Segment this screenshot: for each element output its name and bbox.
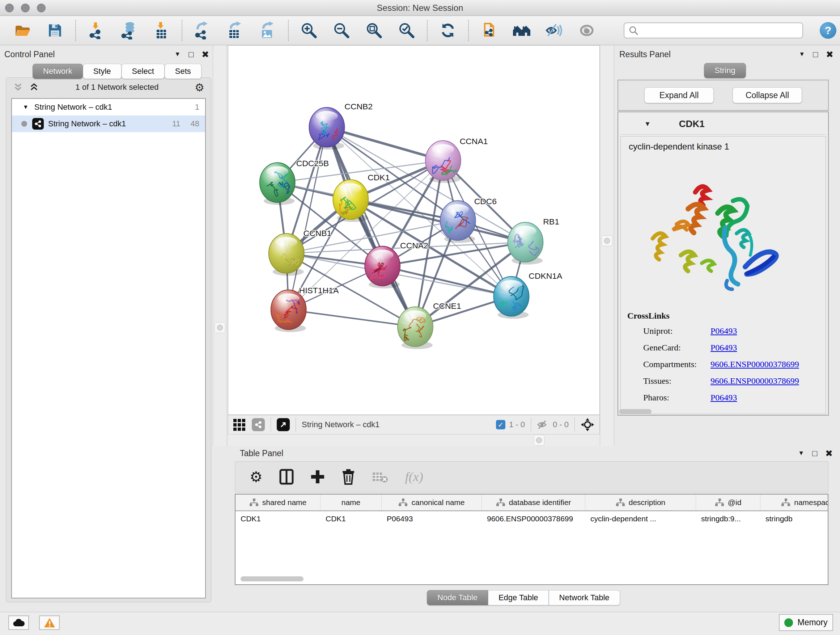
network-node-CDKN1A[interactable]: CDKN1A	[494, 271, 563, 319]
export-network-button[interactable]	[193, 21, 212, 40]
add-column-icon[interactable]	[310, 470, 325, 484]
cloud-status-button[interactable]	[8, 616, 29, 630]
open-in-browser-icon[interactable]	[277, 418, 290, 431]
gene-header-row[interactable]: ▼ CDK1	[621, 114, 826, 135]
network-home-button[interactable]	[512, 21, 531, 40]
compartments-link[interactable]: 9606.ENSP00000378699	[711, 359, 799, 369]
tree-caret-icon[interactable]: ▼	[23, 104, 28, 111]
panel-float-icon[interactable]: □	[813, 50, 818, 59]
network-row[interactable]: String Network – cdk1 11 48	[12, 116, 205, 132]
network-node-CDC25B[interactable]: CDC25B	[260, 158, 329, 205]
network-collection-row[interactable]: ▼ String Network – cdk1 1	[12, 99, 205, 116]
memory-button[interactable]: Memory	[779, 614, 833, 631]
zoom-selected-button[interactable]	[397, 21, 416, 40]
results-hscroll-thumb[interactable]	[619, 409, 652, 414]
network-canvas[interactable]: CCNB2CCNA1CDC25BCDK1CDC6RB1CCNB1CCNA2CDK…	[228, 45, 600, 415]
uniprot-link[interactable]: P06493	[711, 326, 737, 336]
table-cell[interactable]: 9606.ENSP00000378699	[482, 511, 585, 528]
tab-style[interactable]: Style	[83, 64, 122, 79]
tab-node-table[interactable]: Node Table	[427, 590, 488, 605]
network-edge[interactable]	[289, 310, 415, 327]
gear-icon[interactable]: ⚙	[195, 81, 204, 94]
horizontal-splitter-handle[interactable]	[534, 435, 545, 446]
table-cell[interactable]: cyclin-dependent ...	[585, 511, 696, 528]
network-node-HIST1H1A[interactable]: HIST1H1A	[271, 286, 339, 333]
import-table-button[interactable]	[152, 21, 171, 40]
hide-panel-eye-button[interactable]	[545, 21, 564, 40]
panel-close-icon[interactable]: ✖	[202, 49, 209, 60]
table-settings-gear-icon[interactable]: ⚙	[249, 469, 263, 485]
column-header[interactable]: namespace	[760, 494, 829, 510]
string-badge-icon[interactable]	[252, 418, 265, 431]
network-node-RB1[interactable]: RB1	[508, 217, 559, 264]
export-table-button[interactable]	[226, 21, 245, 40]
show-columns-icon[interactable]	[279, 469, 294, 485]
birdseye-navigator-icon[interactable]	[581, 418, 594, 432]
open-session-button[interactable]	[13, 21, 32, 40]
column-header[interactable]: description	[585, 494, 696, 510]
table-cell[interactable]: stringdb:9...	[696, 511, 760, 528]
panel-close-icon[interactable]: ✖	[825, 448, 833, 459]
save-session-button[interactable]	[46, 21, 65, 40]
column-header[interactable]: @id	[696, 494, 760, 510]
network-edge[interactable]	[382, 266, 511, 296]
panel-float-icon[interactable]: □	[812, 448, 817, 458]
show-panel-eye-button[interactable]	[577, 21, 596, 40]
panel-collapse-icon[interactable]: ▼	[174, 51, 180, 58]
share-document-button[interactable]	[480, 21, 499, 40]
help-button[interactable]: ?	[820, 22, 836, 39]
gene-caret-icon[interactable]: ▼	[644, 120, 651, 128]
column-header[interactable]: canonical name	[382, 494, 482, 510]
left-splitter-handle[interactable]	[215, 322, 225, 333]
export-image-button[interactable]	[258, 21, 277, 40]
network-node-CDC6[interactable]: CDC6	[440, 196, 497, 243]
genecard-link[interactable]: P06493	[711, 343, 737, 353]
table-cell[interactable]: stringdb	[760, 511, 829, 528]
table-cell[interactable]: CDK1	[235, 511, 321, 528]
column-header[interactable]: database identifier	[482, 494, 585, 510]
import-network-file-button[interactable]	[87, 21, 106, 40]
network-node-CCNA1[interactable]: CCNA1	[425, 136, 488, 183]
right-splitter[interactable]	[600, 45, 614, 446]
panel-collapse-icon[interactable]: ▼	[799, 51, 805, 58]
table-row[interactable]: CDK1 CDK1 P06493 9606.ENSP00000378699 cy…	[235, 511, 829, 528]
collapse-all-button[interactable]: Collapse All	[733, 87, 802, 103]
left-splitter[interactable]	[213, 45, 227, 446]
network-edge[interactable]	[327, 127, 415, 327]
show-grid-icon[interactable]	[233, 419, 245, 431]
table-hscroll-thumb[interactable]	[240, 576, 303, 581]
tissues-link[interactable]: 9606.ENSP00000378699	[711, 376, 799, 386]
panel-close-icon[interactable]: ✖	[826, 49, 834, 60]
tab-select[interactable]: Select	[122, 64, 164, 79]
zoom-fit-button[interactable]	[365, 21, 384, 40]
apply-layout-button[interactable]	[439, 21, 457, 40]
tab-sets[interactable]: Sets	[164, 64, 202, 79]
tab-network-table[interactable]: Network Table	[549, 590, 620, 605]
collapse-all-icon[interactable]	[13, 82, 24, 93]
table-cell[interactable]: P06493	[382, 511, 482, 528]
panel-float-icon[interactable]: □	[188, 50, 194, 59]
panel-collapse-icon[interactable]: ▼	[798, 450, 804, 457]
expand-all-icon[interactable]	[28, 82, 39, 93]
delete-trash-icon[interactable]	[341, 469, 355, 485]
selected-checkbox[interactable]: ✓	[496, 420, 505, 429]
import-network-database-button[interactable]	[119, 21, 138, 40]
column-header[interactable]: shared name	[235, 494, 321, 510]
column-header[interactable]: name	[321, 494, 382, 510]
zoom-out-button[interactable]	[332, 21, 351, 40]
tab-network[interactable]: Network	[33, 64, 83, 79]
network-node-CCNB2[interactable]: CCNB2	[309, 102, 373, 150]
search-input[interactable]	[624, 22, 803, 38]
tab-string[interactable]: String	[704, 63, 745, 78]
pharos-link[interactable]: P06493	[711, 393, 737, 402]
hidden-eye-icon[interactable]	[537, 420, 549, 429]
tab-edge-table[interactable]: Edge Table	[488, 590, 549, 605]
zoom-in-button[interactable]	[300, 21, 318, 40]
network-edge[interactable]	[289, 127, 327, 310]
table-cell[interactable]: CDK1	[321, 511, 382, 528]
right-splitter-handle[interactable]	[602, 235, 613, 246]
horizontal-splitter[interactable]	[228, 434, 600, 446]
warnings-button[interactable]	[39, 616, 60, 630]
expand-all-button[interactable]: Expand All	[644, 87, 714, 103]
node-label-CCNA2: CCNA2	[400, 241, 428, 250]
